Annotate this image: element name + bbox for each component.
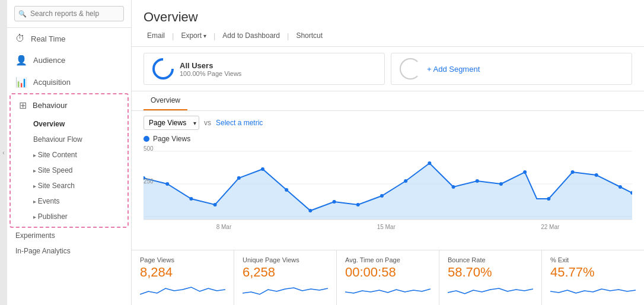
x-label-22mar: 22 Mar	[541, 224, 559, 230]
behaviour-label: Behaviour	[33, 101, 68, 110]
metric-select-wrap: Page Views	[144, 116, 199, 130]
stat-bounce-rate-label: Bounce Rate	[448, 256, 533, 263]
sidebar-item-experiments[interactable]: Experiments	[7, 228, 131, 243]
add-to-dashboard-button[interactable]: Add to Dashboard	[219, 30, 283, 42]
sidebar-nav: ⏱ Real Time 👤 Audience 📊 Acquisition ⊞ B…	[7, 28, 131, 305]
page-header: Overview Email | Export | Add to Dashboa…	[132, 0, 644, 47]
audience-label: Audience	[33, 56, 65, 65]
chart-point	[523, 170, 527, 174]
toolbar: Email | Export | Add to Dashboard | Shor…	[144, 30, 632, 42]
stat-avg-time-value: 00:00:58	[345, 265, 431, 280]
metric-select[interactable]: Page Views	[144, 116, 199, 130]
search-input[interactable]	[14, 6, 124, 21]
chart-point	[547, 197, 550, 201]
email-button[interactable]: Email	[144, 30, 168, 42]
behaviour-icon: ⊞	[19, 100, 27, 111]
segment-circle	[148, 54, 178, 84]
stat-unique-page-views-label: Unique Page Views	[243, 256, 328, 263]
stat-bounce-rate: Bounce Rate 58.70%	[439, 250, 542, 305]
stat-avg-time: Avg. Time on Page 00:00:58	[337, 250, 439, 305]
chart-point	[570, 170, 574, 174]
sep2: |	[213, 31, 215, 40]
sidebar-item-behaviour-flow[interactable]: Behaviour Flow	[11, 132, 127, 147]
behaviour-subnav: Overview Behaviour Flow Site Content Sit…	[11, 116, 127, 224]
chart-point	[619, 185, 622, 189]
mini-chart-avg-time	[345, 282, 431, 299]
chart-point	[476, 179, 479, 183]
segment-name: All Users	[180, 61, 241, 70]
chart-point	[499, 182, 503, 186]
search-container	[7, 0, 131, 28]
stat-unique-page-views-value: 6,258	[243, 265, 328, 280]
sidebar: ⏱ Real Time 👤 Audience 📊 Acquisition ⊞ B…	[7, 0, 132, 305]
realtime-icon: ⏱	[15, 33, 25, 44]
all-users-segment[interactable]: All Users 100.00% Page Views	[144, 53, 385, 85]
sidebar-item-site-search[interactable]: Site Search	[11, 178, 127, 193]
chart-point	[261, 167, 264, 171]
realtime-label: Real Time	[31, 34, 66, 43]
x-labels: 8 Mar 15 Mar 22 Mar	[144, 223, 632, 231]
chart-point	[189, 197, 193, 201]
chart-point	[380, 194, 384, 198]
x-label-8mar: 8 Mar	[216, 224, 232, 230]
sidebar-item-publisher[interactable]: Publisher	[11, 209, 127, 224]
tab-overview[interactable]: Overview	[144, 91, 187, 110]
legend-dot	[144, 136, 149, 142]
add-segment-button[interactable]: + Add Segment	[391, 53, 632, 85]
chart-point	[213, 203, 217, 206]
sidebar-toggle[interactable]: ‹	[0, 0, 7, 305]
chart-area: Page Views 500 250	[132, 135, 644, 250]
add-segment-circle	[400, 58, 421, 80]
shortcut-button[interactable]: Shortcut	[292, 30, 326, 42]
chart-legend: Page Views	[144, 135, 632, 143]
sidebar-item-audience[interactable]: 👤 Audience	[7, 49, 131, 71]
audience-icon: 👤	[15, 55, 27, 66]
search-icon-wrap	[14, 6, 124, 21]
sidebar-item-site-content[interactable]: Site Content	[11, 147, 127, 163]
sidebar-item-realtime[interactable]: ⏱ Real Time	[7, 28, 131, 49]
chart-point	[165, 182, 169, 186]
legend-label: Page Views	[153, 135, 190, 143]
page-title: Overview	[144, 9, 632, 25]
stat-bounce-rate-value: 58.70%	[448, 265, 533, 280]
stats-bar: Page Views 8,284 Unique Page Views 6,258…	[132, 250, 644, 305]
chart-point	[333, 200, 336, 204]
y-label-mid: 250	[144, 178, 154, 185]
stat-exit: % Exit 45.77%	[542, 250, 644, 305]
chart-wrapper: 500 250	[144, 145, 632, 223]
acquisition-label: Acquisition	[33, 78, 71, 87]
sidebar-item-site-speed[interactable]: Site Speed	[11, 163, 127, 178]
chart-svg	[144, 145, 632, 223]
chart-point	[285, 188, 288, 192]
segment-bar: All Users 100.00% Page Views + Add Segme…	[132, 47, 644, 91]
behaviour-section: ⊞ Behaviour Overview Behaviour Flow Site…	[9, 93, 129, 228]
x-label-15mar: 15 Mar	[377, 224, 396, 230]
chart-point	[356, 203, 360, 206]
sidebar-item-acquisition[interactable]: 📊 Acquisition	[7, 71, 131, 93]
sep1: |	[172, 31, 174, 40]
export-button[interactable]: Export	[177, 30, 209, 42]
chart-point	[237, 176, 241, 180]
add-segment-label: + Add Segment	[427, 65, 480, 74]
chart-point	[595, 173, 598, 177]
stat-page-views: Page Views 8,284	[132, 250, 234, 305]
stat-exit-label: % Exit	[550, 256, 636, 263]
stat-avg-time-label: Avg. Time on Page	[345, 256, 431, 263]
sidebar-item-inpage-analytics[interactable]: In-Page Analytics	[7, 243, 131, 259]
mini-chart-exit	[550, 282, 636, 299]
segment-info: All Users 100.00% Page Views	[180, 61, 241, 77]
sidebar-item-behaviour[interactable]: ⊞ Behaviour	[11, 94, 127, 116]
mini-chart-bounce-rate	[448, 282, 533, 299]
sep3: |	[287, 31, 289, 40]
select-metric-link[interactable]: Select a metric	[216, 119, 263, 127]
chart-point	[428, 161, 431, 165]
main-content: Overview Email | Export | Add to Dashboa…	[132, 0, 644, 305]
overview-tabs: Overview	[132, 91, 644, 111]
y-label-top: 500	[144, 145, 154, 152]
chart-point	[404, 179, 407, 183]
sidebar-item-overview[interactable]: Overview	[11, 116, 127, 132]
sidebar-item-events[interactable]: Events	[11, 193, 127, 209]
vs-label: vs	[204, 119, 211, 127]
segment-sub: 100.00% Page Views	[180, 70, 241, 77]
chart-point	[452, 185, 455, 189]
